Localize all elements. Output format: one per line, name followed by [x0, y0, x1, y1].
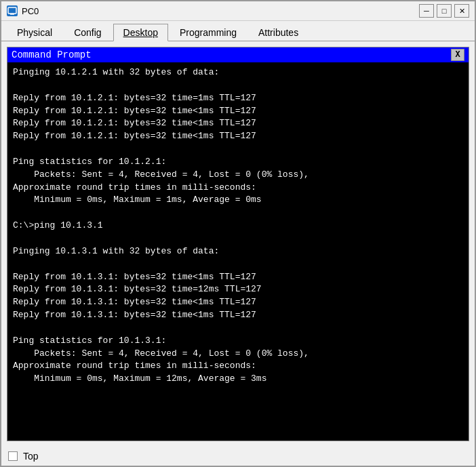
window-title: PC0	[22, 6, 415, 16]
main-window: PC0 ─ □ ✕ Physical Config Desktop Progra…	[0, 0, 476, 467]
maximize-button[interactable]: □	[437, 4, 452, 18]
tab-physical[interactable]: Physical	[7, 24, 62, 41]
nav-tabs: Physical Config Desktop Programming Attr…	[1, 21, 475, 41]
command-prompt-window: Command Prompt X Pinging 10.1.2.1 with 3…	[7, 47, 469, 441]
close-button[interactable]: ✕	[454, 4, 469, 18]
app-icon	[7, 5, 18, 16]
cmd-close-button[interactable]: X	[451, 49, 464, 61]
top-checkbox[interactable]	[8, 451, 18, 461]
cmd-title-bar: Command Prompt X	[7, 47, 469, 62]
content-area: Command Prompt X Pinging 10.1.2.1 with 3…	[1, 41, 475, 447]
tab-desktop[interactable]: Desktop	[113, 24, 168, 41]
cmd-output[interactable]: Pinging 10.1.2.1 with 32 bytes of data: …	[7, 62, 469, 441]
tab-programming[interactable]: Programming	[170, 24, 247, 41]
tab-attributes[interactable]: Attributes	[248, 24, 309, 41]
title-bar: PC0 ─ □ ✕	[1, 1, 475, 21]
window-controls: ─ □ ✕	[419, 4, 469, 18]
bottom-bar: Top	[1, 447, 475, 466]
minimize-button[interactable]: ─	[419, 4, 434, 18]
top-label: Top	[23, 451, 39, 462]
tab-config[interactable]: Config	[64, 24, 111, 41]
svg-rect-0	[8, 7, 16, 14]
cmd-title: Command Prompt	[12, 49, 92, 60]
